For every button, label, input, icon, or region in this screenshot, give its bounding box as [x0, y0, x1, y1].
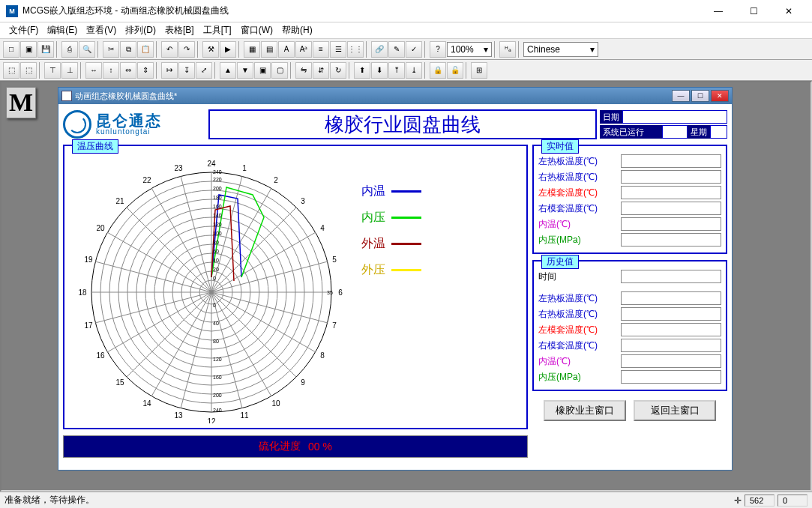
group-icon[interactable]: ▣ — [254, 62, 271, 79]
status-x: 562 — [745, 495, 775, 507]
distribute-h-icon[interactable]: ↔ — [85, 62, 102, 79]
menu-arrange[interactable]: 排列(D) — [121, 24, 160, 37]
language-select[interactable]: Chinese▾ — [523, 42, 598, 57]
bring-front-icon[interactable]: ▲ — [220, 62, 236, 79]
child-close-button[interactable]: ✕ — [711, 90, 729, 102]
ungroup-icon[interactable]: ▢ — [271, 62, 288, 79]
svg-text:80: 80 — [213, 240, 219, 245]
svg-text:10: 10 — [271, 399, 280, 408]
lock-icon[interactable]: 🔒 — [430, 62, 446, 79]
tool-lang-icon[interactable]: ᴴₐ — [499, 41, 516, 58]
logo-cn: 昆仑通态 — [96, 113, 162, 128]
rotate-icon[interactable]: ↻ — [330, 62, 346, 79]
hist-time-val[interactable] — [621, 270, 721, 283]
status-text: 准备就绪，等待操作。 — [4, 494, 734, 507]
svg-text:4: 4 — [320, 224, 325, 232]
tool-db-icon[interactable]: ▦ — [244, 41, 260, 58]
tool-paste-icon[interactable]: 📋 — [137, 41, 154, 58]
tool-new-icon[interactable]: □ — [3, 41, 19, 58]
minimize-button[interactable]: — — [701, 1, 736, 22]
tool-redo-icon[interactable]: ↷ — [178, 41, 195, 58]
size-both-icon[interactable]: ⤢ — [196, 62, 212, 79]
tool-find-icon[interactable]: 🔍 — [79, 41, 95, 58]
child-title: 动画组态橡胶机械圆盘曲线* — [75, 91, 672, 102]
menu-tool[interactable]: 工具[T] — [199, 24, 236, 37]
tool-align-icon[interactable]: ≡ — [313, 41, 329, 58]
tool-list-icon[interactable]: ☰ — [330, 41, 346, 58]
rt-label-4: 内温(℃) — [538, 218, 621, 231]
tool-open-icon[interactable]: ▣ — [20, 41, 37, 58]
zoom-select[interactable]: 100%▾ — [447, 42, 492, 57]
align-right-icon[interactable]: ⬚ — [20, 62, 37, 79]
close-button[interactable]: ✕ — [772, 1, 806, 22]
tool-run-icon[interactable]: ▶ — [220, 41, 236, 58]
legend-outer-temp: 外温 — [361, 236, 385, 252]
send-back-icon[interactable]: ▼ — [237, 62, 253, 79]
week-value — [710, 125, 727, 139]
rubber-window-button[interactable]: 橡胶业主窗口 — [544, 400, 626, 421]
progress-value: 00 % — [308, 441, 332, 453]
child-icon — [61, 91, 72, 101]
mdi-badge: M — [6, 87, 36, 118]
layer-bottom-icon[interactable]: ⤓ — [406, 62, 422, 79]
flip-v-icon[interactable]: ⇵ — [313, 62, 329, 79]
menu-table[interactable]: 表格[B] — [160, 24, 199, 37]
center-v-icon[interactable]: ⇕ — [137, 62, 154, 79]
menu-edit[interactable]: 编辑(E) — [43, 24, 82, 37]
tool-save-icon[interactable]: 💾 — [37, 41, 54, 58]
layer-down-icon[interactable]: ⬇ — [371, 62, 388, 79]
svg-text:23: 23 — [174, 164, 183, 172]
rt-val-3 — [621, 202, 721, 215]
tool-text-icon[interactable]: A — [278, 41, 295, 58]
child-titlebar[interactable]: 动画组态橡胶机械圆盘曲线* — ☐ ✕ — [58, 88, 732, 104]
align-top-icon[interactable]: ⊤ — [44, 62, 61, 79]
size-h-icon[interactable]: ↧ — [178, 62, 195, 79]
menu-help[interactable]: 帮助(H) — [277, 24, 317, 37]
svg-text:11: 11 — [240, 411, 249, 420]
rt-label-3: 右模套温度(℃) — [538, 202, 621, 215]
svg-text:20: 20 — [96, 224, 105, 232]
tool-print-icon[interactable]: ⎙ — [61, 41, 78, 58]
distribute-v-icon[interactable]: ↕ — [103, 62, 119, 79]
svg-text:2: 2 — [274, 176, 278, 184]
align-left-icon[interactable]: ⬚ — [3, 62, 19, 79]
maximize-button[interactable]: ☐ — [736, 1, 771, 22]
tool-font-icon[interactable]: Aᵃ — [295, 41, 312, 58]
tool-copy-icon[interactable]: ⧉ — [120, 41, 136, 58]
tool-script-icon[interactable]: ✎ — [388, 41, 405, 58]
child-window: 动画组态橡胶机械圆盘曲线* — ☐ ✕ 昆仑通态 kunluntongtai 橡… — [58, 87, 733, 471]
tool-config-icon[interactable]: ⚒ — [202, 41, 219, 58]
hist-label-4: 内温(℃) — [538, 355, 621, 368]
tool-help-icon[interactable]: ? — [430, 41, 446, 58]
hist-label-1: 右热板温度(℃) — [538, 308, 621, 321]
svg-text:12: 12 — [207, 417, 216, 423]
rt-val-5 — [621, 233, 721, 247]
svg-text:14: 14 — [142, 399, 151, 408]
center-h-icon[interactable]: ⇔ — [120, 62, 136, 79]
unlock-icon[interactable]: 🔓 — [447, 62, 463, 79]
tool-dots-icon[interactable]: ⋮⋮ — [347, 41, 364, 58]
tool-cut-icon[interactable]: ✂ — [103, 41, 119, 58]
tool-undo-icon[interactable]: ↶ — [161, 41, 178, 58]
hist-label-0: 左热板温度(℃) — [538, 292, 621, 305]
menu-view[interactable]: 查看(V) — [82, 24, 121, 37]
menu-window[interactable]: 窗口(W) — [236, 24, 277, 37]
align-bottom-icon[interactable]: ⊥ — [61, 62, 78, 79]
menu-file[interactable]: 文件(F) — [4, 24, 43, 37]
tool-grid-icon[interactable]: ▤ — [261, 41, 277, 58]
tool-check-icon[interactable]: ✓ — [406, 41, 422, 58]
layer-top-icon[interactable]: ⤒ — [388, 62, 405, 79]
tool-link-icon[interactable]: 🔗 — [371, 41, 388, 58]
layer-up-icon[interactable]: ⬆ — [354, 62, 370, 79]
child-maximize-button[interactable]: ☐ — [691, 90, 709, 102]
svg-text:180: 180 — [213, 195, 222, 200]
return-main-button[interactable]: 返回主窗口 — [634, 400, 716, 421]
svg-text:35: 35 — [327, 290, 333, 295]
svg-text:15: 15 — [115, 378, 124, 387]
child-minimize-button[interactable]: — — [672, 90, 690, 102]
snap-grid-icon[interactable]: ⊞ — [471, 62, 487, 79]
svg-text:100: 100 — [213, 231, 222, 236]
flip-h-icon[interactable]: ⇋ — [295, 62, 312, 79]
size-w-icon[interactable]: ↦ — [161, 62, 178, 79]
svg-text:160: 160 — [213, 375, 222, 380]
